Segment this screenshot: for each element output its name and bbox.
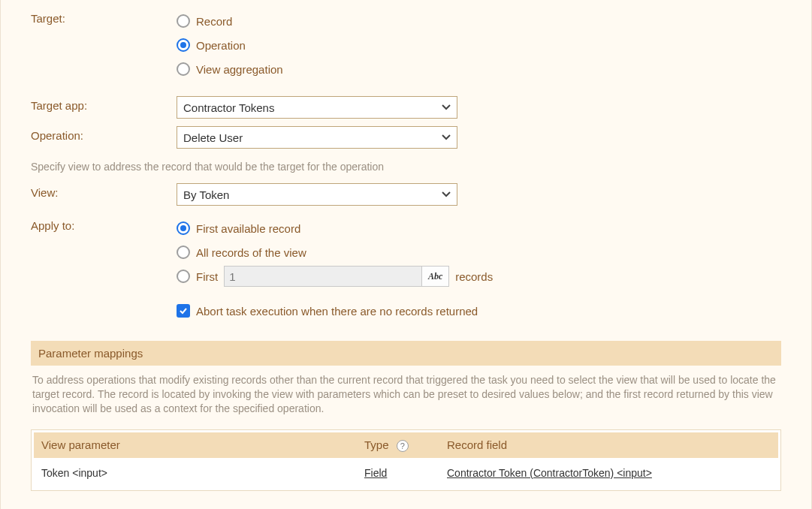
col-type: Type ? — [357, 432, 439, 458]
record-field-link[interactable]: Contractor Token (ContractorToken) <inpu… — [447, 467, 652, 479]
row-operation: Operation: Delete User — [31, 126, 781, 149]
label-target: Target: — [31, 9, 177, 25]
target-options: Record Operation View aggregation — [177, 9, 781, 81]
col-record-field: Record field — [439, 432, 778, 458]
target-option-record[interactable]: Record — [177, 9, 781, 33]
radio-label: View aggregation — [196, 63, 283, 76]
radio-label: Record — [196, 15, 232, 28]
abort-label: Abort task execution when there are no r… — [196, 305, 478, 318]
select-value: Contractor Tokens — [183, 101, 274, 114]
chevron-down-icon — [442, 103, 451, 112]
target-option-view-aggregation[interactable]: View aggregation — [177, 57, 781, 81]
radio-icon — [177, 270, 190, 283]
cell-value: Token <input> — [41, 467, 107, 479]
apply-option-all-records[interactable]: All records of the view — [177, 240, 781, 264]
label-apply-to: Apply to: — [31, 216, 177, 232]
type-link[interactable]: Field — [364, 467, 387, 479]
chevron-down-icon — [442, 133, 451, 142]
help-icon[interactable]: ? — [397, 440, 409, 452]
select-value: Delete User — [183, 131, 243, 144]
select-target-app[interactable]: Contractor Tokens — [177, 96, 457, 119]
target-option-operation[interactable]: Operation — [177, 33, 781, 57]
col-label: Record field — [447, 438, 507, 451]
radio-label: Operation — [196, 39, 246, 52]
first-n-input-wrap: Abc — [224, 266, 449, 287]
section-header-parameter-mappings: Parameter mappings — [31, 341, 781, 366]
abort-checkbox-row[interactable]: Abort task execution when there are no r… — [177, 299, 781, 323]
row-view: View: By Token — [31, 183, 781, 206]
radio-label: First available record — [196, 222, 300, 235]
chevron-down-icon — [442, 190, 451, 199]
form-page: Target: Record Operation View aggregatio… — [0, 0, 812, 509]
table-row: Token <input> Field Contractor Token (Co… — [34, 458, 778, 488]
checkbox-icon — [177, 304, 190, 318]
col-label: Type — [364, 438, 389, 451]
radio-icon — [177, 62, 190, 76]
parameter-mappings-table: View parameter Type ? Record field Token… — [34, 432, 778, 488]
first-n-input[interactable] — [225, 267, 421, 286]
radio-icon — [177, 14, 190, 28]
first-n-suffix: records — [455, 270, 493, 283]
label-target-app: Target app: — [31, 96, 177, 112]
cell-type: Field — [357, 458, 439, 488]
col-label: View parameter — [41, 438, 120, 451]
cell-record-field: Contractor Token (ContractorToken) <inpu… — [439, 458, 778, 488]
parameter-mappings-table-wrap: View parameter Type ? Record field Token… — [31, 429, 781, 491]
select-value: By Token — [183, 188, 229, 201]
radio-icon — [177, 221, 190, 235]
label-operation: Operation: — [31, 126, 177, 142]
radio-icon — [177, 38, 190, 52]
cell-view-parameter: Token <input> — [34, 458, 357, 488]
apply-option-first-n[interactable]: First Abc records — [177, 264, 781, 288]
label-view: View: — [31, 183, 177, 199]
select-operation[interactable]: Delete User — [177, 126, 457, 149]
row-apply-to: Apply to: First available record All rec… — [31, 216, 781, 323]
col-view-parameter: View parameter — [34, 432, 357, 458]
row-target: Target: Record Operation View aggregatio… — [31, 9, 781, 81]
radio-label: All records of the view — [196, 246, 306, 259]
section-title: Parameter mappings — [38, 347, 143, 360]
apply-option-first-available[interactable]: First available record — [177, 216, 781, 240]
apply-to-options: First available record All records of th… — [177, 216, 781, 323]
select-view[interactable]: By Token — [177, 183, 457, 206]
section-description: To address operations that modify existi… — [32, 373, 780, 416]
abc-button[interactable]: Abc — [421, 267, 448, 286]
radio-icon — [177, 245, 190, 259]
radio-label: First — [196, 270, 218, 283]
abc-label: Abc — [428, 271, 442, 282]
view-hint-text: Specify view to address the record that … — [31, 161, 781, 173]
row-target-app: Target app: Contractor Tokens — [31, 96, 781, 119]
